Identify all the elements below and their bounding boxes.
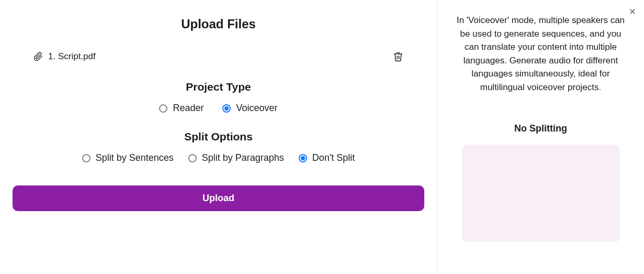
- close-icon[interactable]: [628, 7, 637, 18]
- project-type-options: Reader Voiceover: [13, 103, 424, 114]
- project-type-heading: Project Type: [13, 81, 424, 93]
- split-options-heading: Split Options: [13, 130, 424, 143]
- delete-file-button[interactable]: [393, 51, 403, 62]
- upload-button[interactable]: Upload: [13, 185, 424, 211]
- radio-voiceover[interactable]: Voiceover: [222, 103, 277, 114]
- radio-split-sentences[interactable]: Split by Sentences: [82, 152, 174, 163]
- info-text: In 'Voiceover' mode, multiple speakers c…: [449, 14, 632, 94]
- radio-label: Voiceover: [236, 103, 277, 114]
- radio-circle-icon: [82, 154, 91, 162]
- file-info: 1. Script.pdf: [33, 51, 96, 62]
- radio-split-paragraphs[interactable]: Split by Paragraphs: [188, 152, 284, 163]
- attachment-icon: [33, 52, 43, 61]
- side-heading: No Splitting: [514, 123, 567, 134]
- split-options: Split by Sentences Split by Paragraphs D…: [13, 152, 424, 163]
- radio-circle-icon: [188, 154, 197, 162]
- upload-panel: Upload Files 1. Script.pdf Project Type …: [0, 0, 437, 274]
- radio-circle-icon: [222, 104, 231, 113]
- radio-label: Reader: [173, 103, 204, 114]
- file-name: 1. Script.pdf: [48, 51, 96, 62]
- info-panel: In 'Voiceover' mode, multiple speakers c…: [437, 0, 644, 274]
- preview-box: [462, 145, 620, 242]
- file-row: 1. Script.pdf: [13, 51, 424, 62]
- radio-label: Don't Split: [312, 152, 355, 163]
- radio-circle-icon: [159, 104, 167, 113]
- radio-dont-split[interactable]: Don't Split: [299, 152, 355, 163]
- radio-label: Split by Sentences: [96, 152, 174, 163]
- radio-circle-icon: [299, 154, 307, 162]
- radio-label: Split by Paragraphs: [202, 152, 284, 163]
- radio-reader[interactable]: Reader: [159, 103, 204, 114]
- page-title: Upload Files: [13, 17, 424, 31]
